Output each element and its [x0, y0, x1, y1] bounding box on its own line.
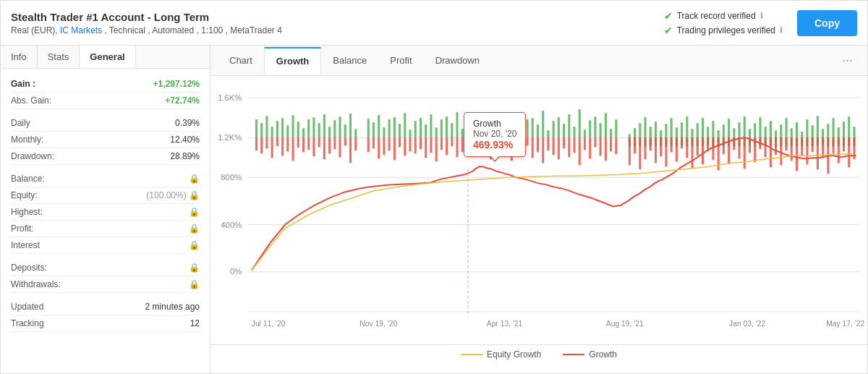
- svg-rect-136: [297, 137, 299, 148]
- svg-rect-204: [676, 137, 678, 161]
- svg-rect-182: [553, 137, 555, 155]
- svg-rect-217: [744, 137, 746, 169]
- ic-markets-link[interactable]: IC Markets: [60, 25, 102, 35]
- svg-rect-192: [605, 137, 607, 161]
- tooltip-value: 469.93%: [473, 139, 516, 150]
- interest-label: Interest: [11, 240, 40, 250]
- svg-rect-177: [526, 137, 528, 145]
- tab-profit[interactable]: Profit: [378, 48, 423, 73]
- svg-rect-50: [435, 127, 438, 137]
- gain-row: Gain : +1,297.12%: [11, 76, 200, 93]
- abs-gain-label: Abs. Gain:: [11, 95, 51, 106]
- withdrawals-lock: 🔒: [189, 279, 200, 289]
- svg-rect-223: [775, 137, 777, 155]
- svg-rect-197: [639, 137, 641, 169]
- right-tab-bar: Chart Growth Balance Profit Drawdown ···: [210, 46, 867, 76]
- svg-rect-17: [255, 119, 258, 137]
- svg-rect-149: [373, 137, 375, 148]
- svg-text:0%: 0%: [230, 267, 242, 276]
- svg-rect-147: [354, 137, 357, 150]
- svg-rect-196: [634, 137, 636, 153]
- svg-rect-129: [260, 137, 263, 153]
- svg-rect-193: [610, 137, 612, 151]
- svg-rect-199: [650, 137, 652, 150]
- svg-rect-150: [378, 137, 380, 158]
- left-panel-content: Gain : +1,297.12% Abs. Gain: +72.74% Dai…: [1, 69, 210, 373]
- tooltip-title: Growth: [473, 119, 516, 129]
- svg-rect-26: [302, 128, 305, 137]
- svg-rect-190: [594, 137, 596, 147]
- deposits-row: Deposits: 🔒: [11, 260, 200, 276]
- svg-rect-22: [281, 118, 284, 137]
- svg-rect-224: [780, 137, 782, 165]
- svg-rect-163: [446, 137, 448, 155]
- svg-rect-161: [435, 137, 438, 161]
- svg-rect-76: [579, 109, 581, 137]
- svg-rect-21: [276, 121, 278, 137]
- tab-stats[interactable]: Stats: [38, 46, 80, 68]
- check-icon-1: ✔: [664, 10, 673, 22]
- tab-drawdown[interactable]: Drawdown: [424, 48, 491, 73]
- account-title: Stealth Trader #1 Account - Long Term: [11, 11, 664, 23]
- drawdown-label: Drawdown:: [11, 151, 54, 161]
- equity-growth-line: [252, 153, 853, 270]
- svg-rect-49: [430, 114, 432, 137]
- svg-rect-230: [812, 137, 814, 152]
- svg-rect-53: [451, 123, 453, 137]
- svg-rect-227: [796, 137, 798, 171]
- abs-gain-value: +72.74%: [165, 95, 200, 106]
- svg-rect-205: [681, 137, 683, 148]
- tab-balance[interactable]: Balance: [321, 48, 378, 73]
- equity-value: (100.00%) 🔒: [146, 190, 200, 200]
- svg-text:May 17, '22: May 17, '22: [826, 320, 864, 328]
- svg-rect-34: [344, 124, 346, 137]
- svg-rect-148: [367, 137, 370, 152]
- legend-equity-label: Equity Growth: [487, 349, 541, 360]
- svg-rect-35: [349, 114, 352, 137]
- svg-text:1.2K%: 1.2K%: [218, 133, 242, 142]
- drawdown-row: Drawdown: 28.89%: [11, 148, 200, 165]
- daily-row: Daily 0.39%: [11, 115, 200, 132]
- svg-rect-42: [393, 117, 396, 137]
- svg-rect-24: [292, 115, 294, 137]
- svg-rect-72: [558, 117, 560, 137]
- tab-general[interactable]: General: [80, 46, 135, 68]
- svg-rect-134: [286, 137, 289, 151]
- balance-row: Balance: 🔒: [11, 171, 200, 187]
- svg-rect-132: [276, 137, 278, 146]
- info-icon-1[interactable]: ℹ: [760, 11, 763, 20]
- header: Stealth Trader #1 Account - Long Term Re…: [1, 1, 867, 46]
- more-options-icon[interactable]: ···: [835, 46, 860, 75]
- svg-rect-195: [629, 137, 631, 165]
- tab-info[interactable]: Info: [1, 46, 38, 68]
- copy-button[interactable]: Copy: [797, 10, 857, 36]
- left-tab-bar: Info Stats General: [1, 46, 210, 69]
- profit-label: Profit:: [11, 224, 33, 234]
- trading-privileges-verified: ✔ Trading privileges verified ℹ: [664, 25, 783, 36]
- svg-rect-36: [354, 129, 357, 137]
- svg-rect-144: [339, 137, 341, 157]
- svg-rect-33: [339, 116, 341, 137]
- tab-growth[interactable]: Growth: [264, 47, 322, 74]
- chart-tooltip: Growth Nov 20, '20 469.93%: [464, 112, 526, 157]
- svg-rect-137: [302, 137, 305, 152]
- svg-rect-79: [594, 116, 596, 137]
- svg-rect-207: [691, 137, 693, 168]
- svg-rect-18: [260, 123, 263, 137]
- svg-rect-157: [414, 137, 417, 153]
- svg-rect-229: [806, 137, 808, 164]
- svg-rect-140: [318, 137, 320, 147]
- left-panel: Info Stats General Gain : +1,297.12% Abs…: [1, 46, 210, 373]
- info-icon-2[interactable]: ℹ: [780, 25, 783, 35]
- abs-gain-row: Abs. Gain: +72.74%: [11, 93, 200, 109]
- svg-rect-128: [255, 137, 258, 150]
- withdrawals-label: Withdrawals:: [11, 279, 61, 289]
- svg-text:Aug 19, '21: Aug 19, '21: [606, 320, 644, 328]
- svg-rect-187: [579, 137, 581, 165]
- main-container: Stealth Trader #1 Account - Long Term Re…: [0, 0, 868, 374]
- legend-equity-color: [461, 354, 482, 355]
- tab-chart[interactable]: Chart: [218, 48, 264, 73]
- svg-rect-66: [526, 119, 528, 137]
- svg-rect-186: [573, 137, 575, 153]
- svg-rect-237: [848, 137, 850, 167]
